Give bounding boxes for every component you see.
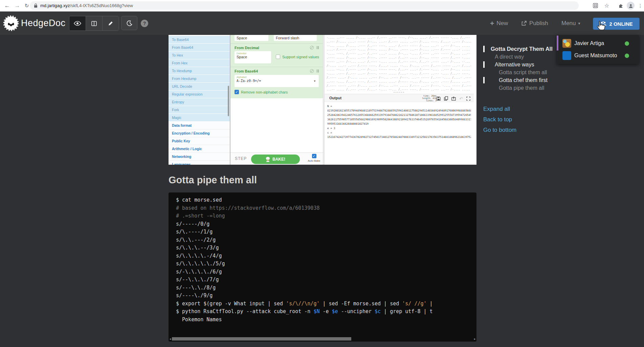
cyberchef-ops-list: To Base64From Base64To HexFrom HexTo Hex… — [169, 36, 230, 165]
save-icon — [437, 96, 441, 102]
op-category-item: Networking — [169, 153, 230, 161]
op-list-item: To Base64 — [169, 36, 230, 44]
op-list-item: Fork — [169, 106, 230, 114]
cyberchef-output-stats: time: 26mslength: 416lines: 3 — [422, 95, 437, 102]
browser-menu-kebab-icon[interactable]: ⋮ — [637, 0, 643, 11]
online-users-panel: Javier ArtigaGuest Matsumoto — [557, 35, 639, 64]
op-category-item: Arithmetic / Logic — [169, 145, 230, 153]
browser-url-bar[interactable]: md.jartigag.xyz/skfL4-lXTs6Z5dNuo1668g?v… — [30, 1, 579, 10]
disable-op-icon — [310, 69, 314, 73]
op-list-item: To Hex — [169, 52, 230, 59]
op-disable-pause-icons — [310, 69, 319, 73]
alphabet-field: Alphabet A-Za-z0-9+/= ▼ — [235, 75, 319, 87]
plus-icon: + — [490, 21, 494, 26]
cyberchef-output-header: Output time: 26mslength: 416lines: 3 ↶ — [325, 94, 474, 102]
chevron-down-icon: ▾ — [578, 21, 580, 26]
chef-icon — [266, 157, 270, 162]
scrollbar-thumb[interactable] — [172, 337, 351, 341]
browser-back-button[interactable]: ← — [3, 0, 12, 11]
table-of-contents: Gotta Decrypt Them AllA direct wayAltern… — [483, 45, 561, 138]
code-horizontal-scrollbar[interactable]: ◂ ▸ — [169, 336, 476, 341]
toc-item[interactable]: A direct way — [483, 53, 561, 61]
view-mode-group — [69, 16, 119, 31]
online-user-row: Javier Artiga — [557, 38, 639, 49]
op-category-item: Encryption / Encoding — [169, 129, 230, 137]
online-status-dot — [625, 41, 629, 46]
user-avatar — [562, 39, 571, 48]
breakpoint-icon — [317, 46, 319, 49]
morse-letter-delimiter-field: Space — [235, 35, 268, 41]
edit-mode-button[interactable] — [103, 16, 119, 30]
scroll-left-arrow[interactable]: ◂ — [169, 336, 172, 341]
auto-bake-checkbox: ✓ — [312, 154, 316, 158]
checkbox-checked: ✓ — [235, 90, 239, 94]
op-list-item: Regular expression — [169, 90, 230, 98]
toc-item[interactable]: Gotta script them all — [483, 68, 561, 76]
browser-forward-button[interactable]: → — [13, 0, 22, 11]
op-list-item: From Hexdump — [169, 75, 230, 83]
op-category-item: Data format — [169, 122, 230, 129]
browser-profile-button[interactable] — [627, 2, 635, 9]
disable-op-icon — [310, 46, 314, 49]
undo-icon: ↶ — [459, 97, 463, 101]
op-category-item: Public Key — [169, 137, 230, 145]
toc-link[interactable]: Expand all — [483, 106, 561, 112]
toc-links: Expand allBack to topGo to bottom — [483, 106, 561, 133]
cyberchef-recipe-pane: Space Forward slash From Decimal Delimit… — [230, 35, 323, 165]
user-name: Guest Matsumoto — [574, 53, 625, 59]
hedgedoc-page: ← → ↻ md.jartigag.xyz/skfL4-lXTs6Z5dNuo1… — [0, 0, 644, 347]
output-toolbar-icons: ↶ — [437, 96, 470, 102]
code-block: $ cat morse.sed# based on https://stacko… — [169, 192, 476, 342]
cyberchef-operations-sidebar: To Base64From Base64To HexFrom HexTo Hex… — [169, 35, 230, 165]
cyberchef-input-pane: -.... ..--- ..... /-.... ...-- /.---- ..… — [325, 35, 474, 91]
help-button[interactable]: ? — [141, 20, 148, 27]
toc-items: Gotta Decrypt Them AllA direct wayAltern… — [483, 45, 561, 92]
code-content: $ cat morse.sed# based on https://stacko… — [176, 196, 476, 324]
op-list-item: From Hex — [169, 59, 230, 67]
new-note-button[interactable]: + New — [490, 12, 508, 35]
bookmark-star-icon[interactable]: ☆ — [603, 0, 610, 11]
lock-icon — [34, 3, 38, 8]
url-path: /skfL4-lXTs6Z5dNuo1668g?view — [70, 3, 133, 8]
toc-item[interactable]: Gotta pipe them all — [483, 84, 561, 92]
toc-link[interactable]: Go to bottom — [483, 127, 561, 133]
url-domain: md.jartigag.xyz — [40, 3, 70, 8]
step-button: STEP — [235, 156, 247, 161]
op-list-item: From Base64 — [169, 44, 230, 52]
op-disable-pause-icons — [310, 46, 319, 49]
recipe-controls-bar: STEP BAKE! ✓ Auto Bake — [230, 152, 323, 165]
online-count-label: 2 ONLINE — [609, 21, 632, 27]
night-mode-button[interactable] — [121, 16, 137, 30]
view-mode-button[interactable] — [69, 16, 86, 30]
breakpoint-icon — [317, 69, 319, 73]
open-in-new-tab-icon — [451, 96, 456, 102]
extensions-puzzle-icon[interactable] — [617, 0, 625, 11]
scroll-right-arrow[interactable]: ▸ — [473, 336, 476, 341]
toc-item[interactable]: Gotta Decrypt Them All — [483, 45, 561, 53]
checkbox-unchecked — [276, 55, 280, 59]
op-list-item: To Hexdump — [169, 67, 230, 75]
publish-button[interactable]: Publish — [521, 12, 548, 35]
cyberchef-output-pane: N = 823920010236553709489680118975194667… — [325, 102, 471, 165]
online-user-row: Guest Matsumoto — [557, 50, 639, 61]
toc-item[interactable]: Gotta chef them first — [483, 76, 561, 84]
hedgedoc-logo — [3, 15, 19, 32]
apps-grid-icon[interactable] — [592, 0, 599, 11]
auto-bake-control: ✓ Auto Bake — [306, 154, 322, 162]
browser-toolbar: ← → ↻ md.jartigag.xyz/skfL4-lXTs6Z5dNuo1… — [0, 0, 644, 12]
io-resize-handle: ●●●●●● — [325, 91, 474, 94]
user-avatar — [562, 51, 571, 60]
section-heading: Gotta pipe them all — [169, 175, 476, 186]
online-status-dot — [625, 54, 629, 58]
toc-item[interactable]: Alternative ways — [483, 61, 561, 68]
cyberchef-input-text: -.... ..--- ..... /-.... ...-- /.---- ..… — [327, 36, 474, 91]
toc-link[interactable]: Back to top — [483, 117, 561, 122]
split-view-button[interactable] — [86, 16, 103, 30]
brand-title: HedgeDoc — [21, 12, 66, 35]
support-signed-values-checkbox: Support signed values — [276, 55, 319, 59]
menu-button[interactable]: Menu ▾ — [561, 12, 580, 35]
delimiter-field: Delimiter Space — [235, 51, 271, 63]
output-title: Output — [329, 96, 341, 100]
recipe-op-from-decimal: From Decimal — [235, 46, 259, 50]
recipe-op-from-base64: From Base64 — [235, 69, 258, 73]
